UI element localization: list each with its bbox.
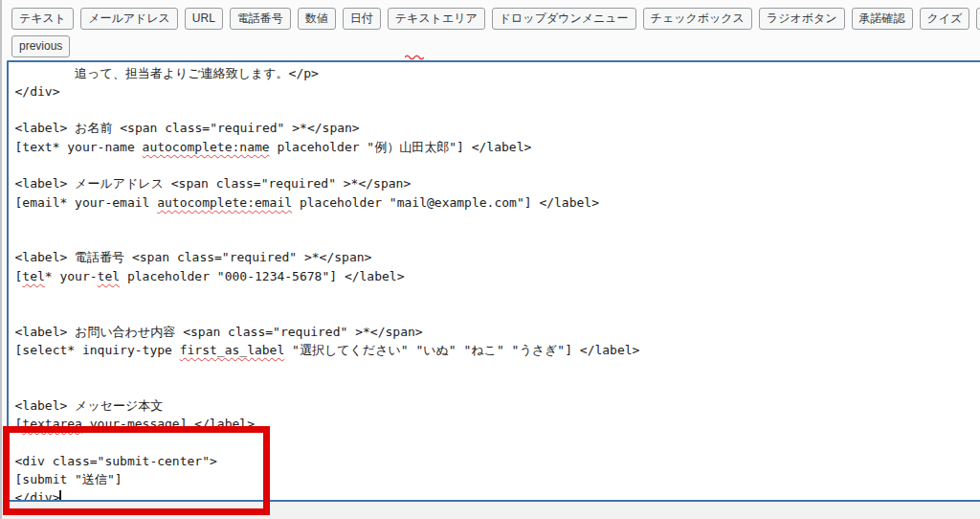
code-line-16: [select* inquiry-type first_as_label "選択… [15,341,979,359]
tag-button-acceptance[interactable]: 承諾確認 [852,8,913,30]
page-background-strip [2,502,980,519]
code-text: [submit "送信"] [15,472,122,486]
tag-button-url[interactable]: URL [185,8,223,30]
tag-button-email[interactable]: メールアドレス [80,8,178,30]
code-text: placeholder "000-1234-5678"] </label> [120,269,404,283]
code-line-4: <label> お名前 <span class="required" >*</s… [15,119,979,137]
code-text: 追って、担当者よりご連絡致します。</p> [15,66,319,80]
tag-generator-toolbar: テキストメールアドレスURL電話番号数値日付テキストエリアドロップダウンメニュー… [2,0,980,57]
previous-button[interactable]: previous [11,35,70,57]
code-text: "選択してください" "いぬ" "ねこ" "うさぎ"] </label> [284,343,639,357]
code-line-23: [submit "送信"] [15,470,979,488]
code-line-24: </div> [15,488,979,502]
code-text: </div> [15,490,60,502]
code-text: <label> お名前 <span class="required" >*</s… [15,121,360,135]
tag-button-radio[interactable]: ラジオボタン [759,8,845,30]
misspelled-token: first_as_label [180,343,285,357]
tag-button-number[interactable]: 数値 [298,8,336,30]
code-line-2: </div> [15,82,979,101]
tag-button-tel[interactable]: 電話番号 [230,8,291,30]
code-text: <label> メッセージ本文 [15,398,164,413]
tag-button-quiz[interactable]: クイズ [920,8,970,30]
tag-button-textarea[interactable]: テキストエリア [388,8,485,30]
code-text: * your- [45,269,98,283]
code-line-21 [15,433,979,451]
code-text: placeholder "例）山田太郎"] </label> [270,140,532,154]
tag-button-dropdown-menu[interactable]: ドロップダウンメニュー [492,8,636,30]
misspelled-token: tel [22,269,44,283]
misspelled-token: tel [98,269,120,283]
code-text: <label> メールアドレス <span class="required" >… [15,176,412,191]
code-text: [text* your-name [15,140,143,154]
code-line-19: <label> メッセージ本文 [15,396,979,415]
code-text: [select* inquiry-type [15,343,180,357]
code-text: [email* your-email [15,195,158,210]
code-line-15: <label> お問い合わせ内容 <span class="required" … [15,323,979,341]
code-text: <label> お問い合わせ内容 <span class="required" … [15,325,423,339]
tag-button-date[interactable]: 日付 [343,8,381,30]
code-text: <div class="submit-center"> [15,454,217,468]
tag-button-file[interactable]: ファイル [976,8,980,30]
misspelled-token: autocomplete:name [143,140,270,154]
code-line-8: [email* your-email autocomplete:email pl… [15,193,979,212]
code-line-3 [15,101,979,119]
misspelled-token: textarea [22,417,82,431]
code-line-5: [text* your-name autocomplete:name place… [15,138,979,156]
tag-button-checkbox[interactable]: チェックボックス [643,8,752,30]
code-text: placeholder "mail@example.com"] </label> [292,195,599,210]
code-text: <label> 電話番号 <span class="required" >*</… [15,250,372,264]
code-text: </div> [15,84,60,99]
code-line-9 [15,212,979,230]
code-line-20: [textarea your-message] </label> [15,415,979,433]
code-line-1: 追って、担当者よりご連絡致します。</p> [15,64,979,82]
code-line-13 [15,285,979,304]
code-line-11: <label> 電話番号 <span class="required" >*</… [15,248,979,266]
cf7-form-template-editor-page: テキストメールアドレスURL電話番号数値日付テキストエリアドロップダウンメニュー… [0,0,980,519]
code-line-17 [15,359,979,377]
code-line-12: [tel* your-tel placeholder "000-1234-567… [15,267,979,285]
misspelled-token: autocomplete:email [157,195,292,210]
code-line-18 [15,378,979,396]
code-line-6 [15,156,979,174]
code-line-22: <div class="submit-center"> [15,452,979,470]
tag-button-text[interactable]: テキスト [11,8,74,30]
text-cursor [59,490,61,502]
code-line-14 [15,304,979,322]
form-template-editor[interactable]: 追って、担当者よりご連絡致します。</p></div><label> お名前 <… [7,60,980,502]
code-line-7: <label> メールアドレス <span class="required" >… [15,174,979,192]
toolbar-row-2: previous [11,35,980,57]
toolbar-row-1: テキストメールアドレスURL電話番号数値日付テキストエリアドロップダウンメニュー… [11,8,980,30]
code-line-10 [15,230,979,248]
code-text: your-message] </label> [82,417,255,431]
